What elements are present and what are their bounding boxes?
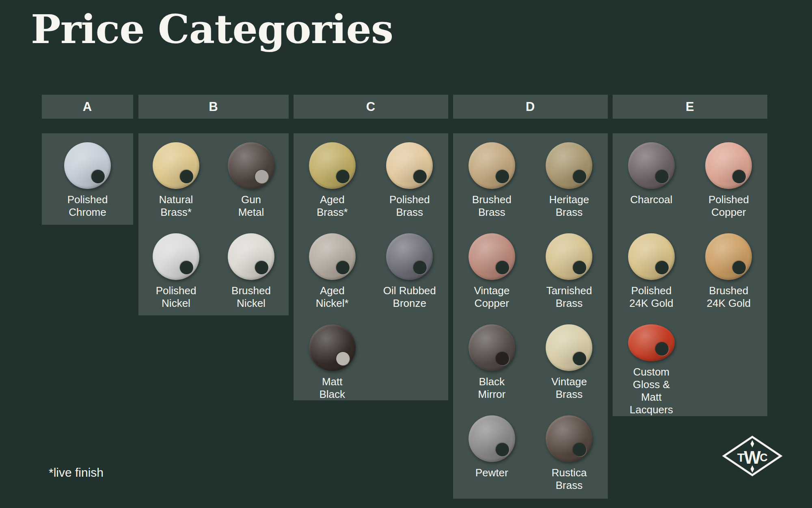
tag-hole: [573, 352, 586, 365]
finish-cell: Heritage Brass: [531, 133, 608, 224]
finish-cell: Polished Chrome: [42, 133, 133, 224]
finish-cell: Polished Brass: [371, 133, 449, 224]
tag-hole: [573, 170, 586, 183]
finish-label: Aged Brass*: [317, 193, 348, 219]
finish-label: Tarnished Brass: [546, 284, 592, 310]
swatch-matt-black: [309, 324, 356, 371]
tag-hole: [655, 342, 669, 356]
swatch-vintage-copper: [469, 233, 515, 280]
category-panel-e: Charcoal Polished Copper Polished 24K Go…: [613, 133, 767, 416]
finish-label: Heritage Brass: [549, 193, 589, 219]
finish-cell: Vintage Copper: [453, 224, 531, 315]
swatch-brushed-brass: [469, 142, 515, 189]
twc-logo: T W C: [722, 435, 783, 477]
tag-hole: [732, 261, 746, 274]
finish-label: Pewter: [475, 467, 508, 479]
tag-hole: [573, 261, 586, 274]
swatch-polished-24k-gold: [628, 233, 675, 280]
swatch-gun-metal: [228, 142, 274, 189]
category-header-c: C: [294, 95, 448, 119]
category-column-c: C Aged Brass* Polished Brass Aged Nickel…: [294, 95, 448, 400]
finish-cell: Aged Nickel*: [294, 224, 371, 315]
finish-label: Black Mirror: [478, 376, 505, 401]
tag-hole: [496, 261, 509, 274]
swatch-polished-brass: [386, 142, 433, 189]
swatch-custom-lacquers: [628, 324, 675, 361]
category-panel-d: Brushed Brass Heritage Brass Vintage Cop…: [453, 133, 608, 499]
live-finish-footnote: *live finish: [49, 466, 104, 480]
finish-label: Polished Chrome: [67, 193, 108, 219]
swatch-polished-copper: [705, 142, 752, 189]
finish-label: Polished Brass: [389, 193, 430, 219]
finish-label: Brushed Brass: [472, 193, 512, 219]
finish-label: Brushed Nickel: [231, 284, 271, 310]
finish-label: Matt Black: [319, 376, 345, 400]
swatch-aged-brass: [309, 142, 356, 189]
swatch-natural-brass: [153, 142, 199, 189]
finish-cell: Pewter: [453, 406, 531, 497]
tag-hole: [732, 170, 746, 183]
finish-cell: Matt Black: [294, 315, 371, 400]
category-header-b: B: [138, 95, 289, 119]
category-column-e: E Charcoal Polished Copper Polished 24K …: [613, 95, 767, 416]
finish-label: Custom Gloss & Matt Lacquers: [630, 366, 673, 416]
finish-label: Polished Nickel: [156, 284, 197, 310]
finish-label: Brushed 24K Gold: [707, 284, 751, 310]
finish-label: Oil Rubbed Bronze: [383, 284, 436, 310]
finish-cell: Gun Metal: [214, 133, 289, 224]
finish-label: Gun Metal: [238, 193, 264, 219]
finish-label: Vintage Copper: [474, 284, 510, 310]
finish-cell: Rustica Brass: [531, 406, 608, 497]
finish-label: Rustica Brass: [551, 467, 587, 492]
tag-hole: [655, 170, 669, 183]
finish-cell: Tarnished Brass: [531, 224, 608, 315]
finish-label: Natural Brass*: [159, 193, 193, 219]
swatch-polished-chrome: [64, 142, 111, 189]
category-column-d: D Brushed Brass Heritage Brass Vintage C…: [453, 95, 608, 499]
finish-cell: Black Mirror: [453, 315, 531, 406]
tag-hole: [413, 170, 427, 183]
finish-cell: Brushed Brass: [453, 133, 531, 224]
swatch-black-mirror: [469, 324, 515, 371]
category-header-e: E: [613, 95, 767, 119]
swatch-pewter: [469, 415, 515, 462]
finish-cell: Aged Brass*: [294, 133, 371, 224]
category-column-a: A Polished Chrome: [42, 95, 133, 225]
tag-hole: [255, 261, 268, 274]
swatch-aged-nickel: [309, 233, 356, 280]
swatch-brushed-nickel: [228, 233, 274, 280]
category-panel-a: Polished Chrome: [42, 133, 133, 225]
category-panel-b: Natural Brass* Gun Metal Polished Nickel…: [138, 133, 289, 315]
price-categories-page: Price Categories A Polished Chrome B Nat…: [0, 0, 812, 508]
tag-hole: [336, 170, 350, 183]
category-header-a: A: [42, 95, 133, 119]
logo-top-diamond-dot: [751, 440, 754, 447]
tag-hole: [496, 352, 509, 365]
tag-hole: [655, 261, 669, 274]
category-panel-c: Aged Brass* Polished Brass Aged Nickel* …: [294, 133, 448, 400]
finish-label: Polished 24K Gold: [629, 284, 673, 310]
finish-cell: Polished Nickel: [138, 224, 214, 315]
finish-cell: Polished Copper: [690, 133, 768, 224]
swatch-heritage-brass: [546, 142, 592, 189]
category-header-d: D: [453, 95, 608, 119]
swatch-polished-nickel: [153, 233, 199, 280]
finish-cell: Polished 24K Gold: [613, 224, 690, 315]
finish-label: Aged Nickel*: [316, 284, 349, 310]
finish-label: Polished Copper: [708, 193, 749, 219]
tag-hole: [573, 443, 586, 456]
tag-hole: [496, 443, 509, 456]
swatch-vintage-brass: [546, 324, 592, 371]
tag-hole: [413, 261, 427, 274]
swatch-oil-rubbed-bronze: [386, 233, 433, 280]
category-column-b: B Natural Brass* Gun Metal Polished Nick…: [138, 95, 289, 315]
logo-letter-c: C: [760, 452, 768, 464]
tag-hole: [180, 261, 193, 274]
finish-cell: Brushed Nickel: [214, 224, 289, 315]
finish-cell: Custom Gloss & Matt Lacquers: [613, 315, 690, 416]
tag-hole: [336, 261, 350, 274]
tag-hole: [91, 170, 105, 183]
swatch-rustica-brass: [546, 415, 592, 462]
finish-cell: Charcoal: [613, 133, 690, 224]
finish-cell: Natural Brass*: [138, 133, 214, 224]
